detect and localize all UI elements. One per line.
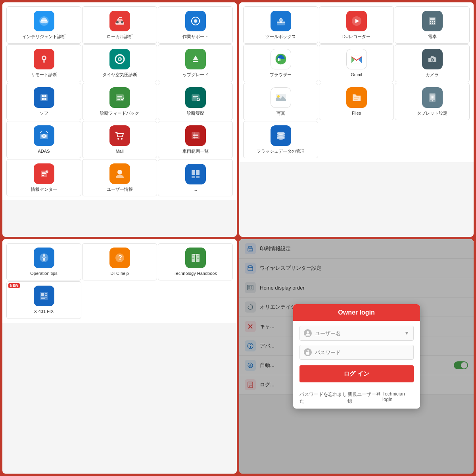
svg-line-35 — [46, 131, 48, 133]
app-operation-tips[interactable]: Operation tips — [6, 243, 81, 280]
operation-tips-label: Operation tips — [30, 271, 57, 276]
camera-label: カメラ — [426, 72, 439, 77]
diag-feedback-label: 診断フィードバック — [100, 110, 139, 116]
svg-text:?: ? — [118, 254, 122, 261]
dtc-help-icon: ? — [109, 248, 130, 268]
dtc-help-label: DTC help — [110, 271, 129, 276]
svg-point-8 — [194, 19, 197, 23]
svg-point-137 — [307, 331, 309, 334]
app-diag-feedback[interactable]: 診断フィードバック — [82, 83, 157, 120]
camera-icon — [422, 49, 443, 69]
svg-rect-15 — [193, 61, 198, 62]
bottom-left-quadrant: Operation tips ? DTC help — [2, 239, 237, 474]
app-local-diag[interactable]: ローカル診断 — [82, 6, 157, 44]
login-button[interactable]: ログ イン — [299, 365, 414, 382]
tire-diag-icon — [109, 49, 130, 69]
remote-diag-label: リモート診断 — [31, 72, 57, 77]
app-du-recorder[interactable]: DUレコーダー — [319, 6, 394, 44]
x431-fix-label: X-431 FIX — [34, 309, 54, 314]
flash-data-label: フラッシュデータの管理 — [257, 148, 305, 154]
app-user-info[interactable]: ユーザー情報 — [82, 159, 157, 196]
app-work-support[interactable]: 作業サポート — [158, 6, 233, 44]
local-diag-label: ローカル診断 — [107, 34, 133, 39]
svg-rect-64 — [430, 18, 435, 20]
diag-feedback-icon — [109, 87, 130, 108]
remote-diag-icon — [34, 49, 54, 69]
forgot-password-link[interactable]: パスワードを忘れました — [299, 391, 347, 405]
app-intelligent-diag[interactable]: インテリジェント診断 — [6, 6, 81, 44]
adas-label: ADAS — [38, 148, 50, 154]
username-dropdown-arrow: ▼ — [405, 330, 409, 336]
svg-rect-101 — [196, 254, 200, 262]
user-info-label: ユーザー情報 — [107, 186, 133, 192]
svg-point-11 — [43, 57, 45, 59]
diag-history-icon — [185, 87, 206, 108]
svg-rect-17 — [40, 94, 48, 101]
password-input[interactable] — [315, 349, 409, 355]
app-dtc-help[interactable]: ? DTC help — [82, 243, 157, 280]
svg-rect-21 — [44, 98, 46, 100]
soft-icon — [34, 87, 54, 108]
app-remote-diag[interactable]: リモート診断 — [6, 44, 81, 82]
app-calculator[interactable]: 電卓 — [395, 6, 470, 44]
svg-rect-67 — [434, 21, 435, 22]
login-links: パスワードを忘れました 新規ユーザー登録 Technician login — [293, 387, 420, 409]
toolbox-icon — [271, 11, 291, 31]
utility-app-grid: ツールボックス DUレコーダー — [239, 2, 474, 162]
app-browser[interactable]: e ブラウザー — [243, 44, 318, 82]
app-tech-handbook[interactable]: Technology Handbook — [158, 243, 233, 280]
new-user-link[interactable]: 新規ユーザー登録 — [347, 391, 382, 405]
app-soft[interactable]: ソフ — [6, 83, 81, 120]
app-info-center[interactable]: 情報センター — [6, 159, 81, 196]
du-recorder-label: DUレコーダー — [342, 34, 370, 39]
app-mall[interactable]: Mall — [82, 121, 157, 158]
password-icon — [304, 348, 312, 356]
username-wrap: ▼ — [299, 326, 414, 341]
svg-rect-79 — [434, 57, 436, 58]
svg-rect-102 — [193, 254, 198, 255]
gmail-icon — [346, 49, 367, 69]
app-diag-history[interactable]: 診断履歴 — [158, 83, 233, 120]
svg-rect-54 — [196, 176, 200, 178]
username-input[interactable] — [315, 330, 405, 336]
app-tablet-settings[interactable]: タブレット設定 — [395, 83, 470, 120]
x431-fix-icon — [34, 286, 54, 306]
svg-text:e: e — [278, 56, 281, 62]
svg-point-14 — [119, 58, 121, 60]
app-files[interactable]: Files — [319, 83, 394, 120]
app-upgrade[interactable]: ップグレード — [158, 44, 233, 82]
intelligent-diag-icon — [34, 11, 54, 31]
app-tire-diag[interactable]: タイヤ空気圧診断 — [82, 44, 157, 82]
info-center-icon — [34, 163, 54, 184]
toolbox-label: ツールボックス — [265, 34, 296, 39]
svg-point-81 — [277, 95, 280, 98]
svg-rect-83 — [354, 99, 358, 100]
app-photos[interactable]: 写真 — [243, 83, 318, 120]
operation-tips-icon — [34, 248, 54, 268]
svg-rect-19 — [44, 95, 46, 97]
svg-point-37 — [121, 138, 123, 140]
svg-rect-10 — [43, 59, 45, 63]
app-gmail[interactable]: Gmail — [319, 44, 394, 82]
app-vehicle-list[interactable]: 車両範囲一覧 — [158, 121, 233, 158]
app-x431-fix[interactable]: NEW X-431 FIX — [6, 281, 81, 319]
app-toolbox[interactable]: ツールボックス — [243, 6, 318, 44]
svg-rect-60 — [280, 21, 282, 23]
app-adas[interactable]: ADAS — [6, 121, 81, 158]
vehicle-list-label: 車両範囲一覧 — [182, 148, 209, 154]
browser-label: ブラウザー — [270, 72, 292, 77]
svg-rect-82 — [354, 98, 359, 98]
app-camera[interactable]: カメラ — [395, 44, 470, 82]
svg-rect-113 — [41, 297, 47, 298]
svg-point-36 — [117, 138, 119, 140]
diag-history-label: 診断履歴 — [187, 110, 204, 116]
app-flash-data[interactable]: フラッシュデータの管理 — [243, 121, 318, 158]
bottom-right-quadrant: 印刷情報設定 ワイヤレスプリンター設定 Home display order オ… — [239, 239, 474, 474]
svg-rect-52 — [196, 170, 200, 175]
technician-login-link[interactable]: Technician login — [382, 391, 413, 405]
browser-icon: e — [271, 49, 291, 69]
svg-rect-70 — [434, 23, 435, 24]
app-partial[interactable]: ... — [158, 159, 233, 196]
svg-rect-51 — [192, 170, 195, 175]
top-left-quadrant: インテリジェント診断 ローカル診断 — [2, 2, 237, 237]
